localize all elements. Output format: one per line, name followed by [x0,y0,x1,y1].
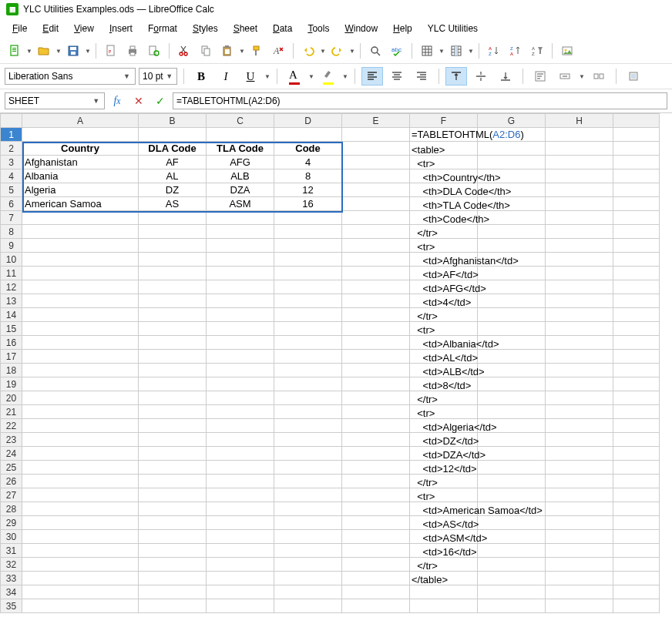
cell-A34[interactable] [22,585,139,599]
accept-button[interactable]: ✓ [151,92,170,109]
underline-dropdown[interactable]: ▼ [264,73,270,80]
cut-button[interactable] [174,42,194,60]
cell-C14[interactable] [207,308,274,322]
dropdown-icon[interactable]: ▼ [91,97,101,105]
cell-H4[interactable] [546,169,613,183]
cell-H17[interactable] [546,350,613,364]
row-header-21[interactable]: 21 [1,405,22,419]
copy-button[interactable] [196,42,216,60]
save-dropdown[interactable]: ▼ [85,48,91,55]
cell-H34[interactable] [546,585,613,599]
sort-asc-button[interactable]: AZ [484,42,504,60]
styles-button[interactable] [623,67,644,86]
cell-H16[interactable] [546,336,613,350]
cell-C4[interactable]: ALB [207,169,274,183]
row-header-6[interactable]: 6 [1,197,22,211]
row-header-31[interactable]: 31 [1,544,22,558]
cell-E29[interactable] [342,516,410,530]
cell-D21[interactable] [274,405,342,419]
cell-E15[interactable] [342,322,410,336]
dropdown-icon[interactable]: ▼ [166,72,173,80]
col-header-B[interactable]: B [139,114,207,128]
clone-format-button[interactable] [247,42,267,60]
print-preview-button[interactable] [144,42,164,60]
row-header-2[interactable]: 2 [1,142,22,156]
cell-F34[interactable] [410,585,478,599]
cell-B35[interactable] [139,599,207,613]
paste-dropdown[interactable]: ▼ [239,48,245,55]
cell-G35[interactable] [478,599,546,613]
menu-data[interactable]: Data [267,21,298,36]
new-doc-button[interactable] [5,42,25,60]
menu-help[interactable]: Help [387,21,418,36]
menu-ylc-utilities[interactable]: YLC Utilities [422,21,484,36]
cell-A27[interactable] [22,488,139,502]
cell-B5[interactable]: DZ [139,183,207,197]
formula-input[interactable] [176,96,664,106]
cell-C13[interactable] [207,294,274,308]
menu-view[interactable]: View [68,21,100,36]
cell-B8[interactable] [139,225,207,239]
row-header-18[interactable]: 18 [1,364,22,377]
cell-H22[interactable] [546,419,613,433]
cell-C12[interactable] [207,280,274,294]
font-name-select[interactable]: ▼ [5,68,136,85]
cell-E31[interactable] [342,544,410,558]
menu-styles[interactable]: Styles [186,21,224,36]
col-header-D[interactable]: D [274,114,342,128]
cell-E20[interactable] [342,391,410,405]
cell-D20[interactable] [274,391,342,405]
cell-A15[interactable] [22,322,139,336]
cell-A28[interactable] [22,502,139,516]
unmerge-button[interactable] [588,67,610,86]
open-button[interactable] [34,42,54,60]
cell-D34[interactable] [274,585,342,599]
cell-C25[interactable] [207,461,274,475]
menu-insert[interactable]: Insert [103,21,139,36]
cell-D18[interactable] [274,364,342,377]
row-header-9[interactable]: 9 [1,239,22,253]
spreadsheet-grid[interactable]: ABCDEFGH12CountryDLA CodeTLA CodeCode3Af… [0,113,660,613]
cell-B11[interactable] [139,267,207,280]
col-header-A[interactable]: A [22,114,139,128]
cell-A21[interactable] [22,405,139,419]
redo-button[interactable] [328,42,348,60]
cell-E14[interactable] [342,308,410,322]
cell-D28[interactable] [274,502,342,516]
menu-file[interactable]: File [6,21,33,36]
cell-C16[interactable] [207,336,274,350]
cell-B13[interactable] [139,294,207,308]
cell-A30[interactable] [22,530,139,544]
cell-C15[interactable] [207,322,274,336]
cell-C30[interactable] [207,530,274,544]
row-header-24[interactable]: 24 [1,447,22,461]
cell-D30[interactable] [274,530,342,544]
cell-D11[interactable] [274,267,342,280]
open-dropdown[interactable]: ▼ [55,48,62,55]
cell-C8[interactable] [207,225,274,239]
row-header-8[interactable]: 8 [1,225,22,239]
cell-B24[interactable] [139,447,207,461]
cell-E19[interactable] [342,377,410,391]
align-vcenter-button[interactable] [470,67,492,86]
save-button[interactable] [63,42,83,60]
col-button[interactable] [446,42,466,60]
cell-D27[interactable] [274,488,342,502]
font-color-button[interactable]: A [284,67,305,86]
cell-B33[interactable] [139,572,207,585]
cell-D12[interactable] [274,280,342,294]
row-header-3[interactable]: 3 [1,156,22,169]
cell-C9[interactable] [207,239,274,253]
cell-D13[interactable] [274,294,342,308]
cell-B10[interactable] [139,253,207,267]
cell-E17[interactable] [342,350,410,364]
row-header-13[interactable]: 13 [1,294,22,308]
cell-E22[interactable] [342,419,410,433]
cell-C10[interactable] [207,253,274,267]
underline-button[interactable]: U [240,67,261,86]
cell-D16[interactable] [274,336,342,350]
row-header-19[interactable]: 19 [1,377,22,391]
cell-H24[interactable] [546,447,613,461]
cell-B16[interactable] [139,336,207,350]
cell-A13[interactable] [22,294,139,308]
